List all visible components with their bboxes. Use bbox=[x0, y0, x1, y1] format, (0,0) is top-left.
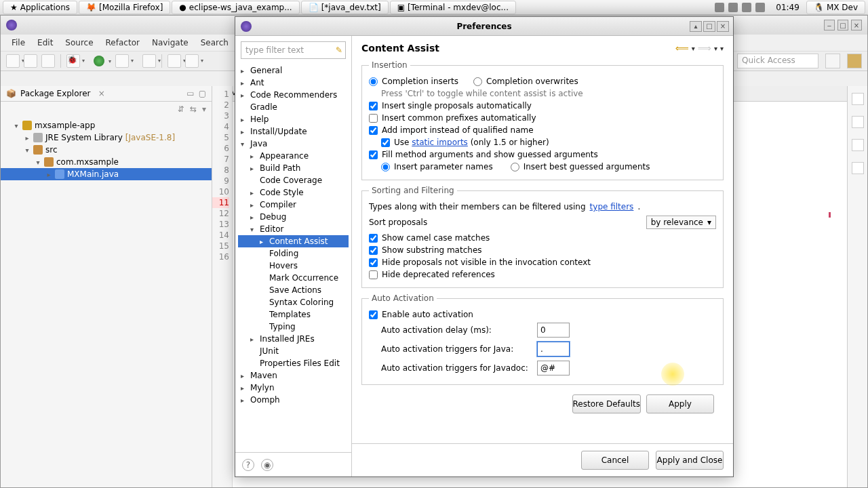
nav-appearance[interactable]: ▸Appearance bbox=[238, 150, 349, 162]
import-export-icon[interactable]: ◉ bbox=[261, 459, 273, 471]
outline-icon[interactable] bbox=[852, 93, 864, 105]
link-editor-icon[interactable]: ⇆ bbox=[190, 104, 197, 114]
apply-and-close-button[interactable]: Apply and Close bbox=[656, 451, 724, 470]
insert-parameter-names-radio[interactable] bbox=[381, 163, 390, 171]
taskbar-applications[interactable]: ★ Applications bbox=[3, 1, 77, 14]
java-perspective-button[interactable] bbox=[847, 54, 862, 68]
apply-button[interactable]: Apply bbox=[646, 394, 714, 413]
menu-navigate[interactable]: Navigate bbox=[146, 36, 194, 49]
javadoc-triggers-input[interactable] bbox=[537, 361, 570, 375]
task-list-icon[interactable] bbox=[852, 116, 864, 128]
dialog-close-button[interactable]: × bbox=[717, 21, 729, 32]
nav-junit[interactable]: JUnit bbox=[238, 345, 349, 357]
tray-icon[interactable] bbox=[755, 3, 765, 12]
package-node[interactable]: ▾com.mxsample bbox=[1, 156, 212, 168]
menu-search[interactable]: Search bbox=[195, 36, 234, 49]
nav-code-coverage[interactable]: Code Coverage bbox=[238, 174, 349, 186]
hierarchy-icon[interactable] bbox=[852, 162, 864, 174]
nav-code-recommenders[interactable]: ▸Code Recommenders bbox=[238, 89, 349, 101]
new-class-button[interactable] bbox=[185, 54, 199, 68]
minimize-view-icon[interactable]: ▭ bbox=[186, 89, 194, 98]
tray-icon[interactable] bbox=[715, 3, 724, 12]
enable-auto-activation-checkbox[interactable] bbox=[369, 310, 378, 319]
nav-mylyn[interactable]: ▸Mylyn bbox=[238, 382, 349, 394]
collapse-all-icon[interactable]: ⇵ bbox=[178, 104, 184, 114]
java-triggers-input[interactable] bbox=[537, 342, 570, 357]
nav-content-assist[interactable]: ▸Content Assist bbox=[238, 235, 349, 247]
save-all-button[interactable] bbox=[41, 54, 55, 68]
nav-compiler[interactable]: ▸Compiler bbox=[238, 199, 349, 211]
clear-filter-icon[interactable]: ✎ bbox=[336, 45, 342, 55]
maximize-view-icon[interactable]: ▢ bbox=[199, 89, 206, 98]
src-folder-node[interactable]: ▾src bbox=[1, 144, 212, 156]
delay-input[interactable] bbox=[537, 323, 570, 338]
hide-deprecated-checkbox[interactable] bbox=[369, 270, 378, 279]
jre-library-node[interactable]: ▸JRE System Library [JavaSE-1.8] bbox=[1, 131, 212, 144]
dialog-maximize-button[interactable]: □ bbox=[703, 21, 715, 32]
back-arrow-icon[interactable]: ⟸ bbox=[675, 43, 689, 54]
use-static-imports-checkbox[interactable] bbox=[381, 138, 390, 147]
camel-case-checkbox[interactable] bbox=[369, 234, 378, 243]
nav-properties-files[interactable]: Properties Files Edit bbox=[238, 357, 349, 369]
view-close-icon[interactable]: × bbox=[98, 89, 105, 98]
java-file-node[interactable]: ▸MXMain.java bbox=[1, 168, 212, 180]
external-tools-button[interactable] bbox=[142, 54, 156, 68]
new-package-button[interactable] bbox=[167, 54, 181, 68]
dialog-minimize-button[interactable]: ▴ bbox=[690, 21, 702, 32]
tray-icon[interactable] bbox=[742, 3, 751, 12]
nav-hovers[interactable]: Hovers bbox=[238, 260, 349, 272]
menu-refactor[interactable]: Refactor bbox=[100, 36, 145, 49]
nav-general[interactable]: ▸General bbox=[238, 64, 349, 77]
project-node[interactable]: ▾mxsample-app bbox=[1, 119, 212, 131]
view-menu-icon[interactable]: ▾ bbox=[202, 104, 206, 114]
fill-method-args-checkbox[interactable] bbox=[369, 150, 378, 159]
taskbar-distro[interactable]: 🐧 MX Dev bbox=[806, 1, 865, 14]
insert-common-checkbox[interactable] bbox=[369, 114, 378, 123]
minimize-button[interactable]: ‒ bbox=[824, 20, 835, 30]
nav-help[interactable]: ▸Help bbox=[238, 113, 349, 125]
add-import-checkbox[interactable] bbox=[369, 126, 378, 135]
restore-defaults-button[interactable]: Restore Defaults bbox=[572, 394, 641, 413]
menu-edit[interactable]: Edit bbox=[32, 36, 58, 49]
insert-single-checkbox[interactable] bbox=[369, 102, 378, 110]
nav-debug[interactable]: ▸Debug bbox=[238, 211, 349, 223]
run-button[interactable] bbox=[94, 56, 104, 66]
save-button[interactable] bbox=[24, 54, 37, 68]
open-perspective-button[interactable] bbox=[825, 54, 840, 68]
menu-file[interactable]: File bbox=[6, 36, 31, 49]
coverage-button[interactable] bbox=[115, 54, 129, 68]
taskbar-firefox[interactable]: 🦊 [Mozilla Firefox] bbox=[79, 1, 170, 14]
sort-proposals-combo[interactable]: by relevance ▾ bbox=[646, 216, 716, 229]
nav-editor[interactable]: ▾Editor bbox=[238, 223, 349, 235]
completion-inserts-radio[interactable] bbox=[369, 77, 378, 86]
taskbar-gedit[interactable]: 📄 [*java_dev.txt] bbox=[301, 1, 389, 14]
completion-overwrites-radio[interactable] bbox=[473, 77, 482, 86]
forward-arrow-icon[interactable]: ⟹ bbox=[698, 43, 711, 54]
filter-input[interactable]: type filter text ✎ bbox=[241, 41, 346, 59]
quick-access-input[interactable]: Quick Access bbox=[737, 54, 818, 68]
menu-source[interactable]: Source bbox=[60, 36, 98, 49]
new-button[interactable] bbox=[6, 54, 20, 68]
nav-syntax-coloring[interactable]: Syntax Coloring bbox=[238, 296, 349, 308]
insert-best-guessed-radio[interactable] bbox=[511, 163, 519, 171]
nav-java[interactable]: ▾Java bbox=[238, 138, 349, 150]
markers-icon[interactable] bbox=[852, 139, 864, 151]
nav-install-update[interactable]: ▸Install/Update bbox=[238, 125, 349, 138]
close-button[interactable]: × bbox=[851, 20, 862, 30]
hide-invisible-checkbox[interactable] bbox=[369, 258, 378, 267]
debug-button[interactable]: 🐞 bbox=[66, 54, 80, 68]
tray-icon[interactable] bbox=[728, 3, 738, 12]
nav-folding[interactable]: Folding bbox=[238, 247, 349, 260]
cancel-button[interactable]: Cancel bbox=[581, 451, 649, 470]
nav-gradle[interactable]: Gradle bbox=[238, 101, 349, 113]
nav-oomph[interactable]: ▸Oomph bbox=[238, 394, 349, 406]
nav-build-path[interactable]: ▸Build Path bbox=[238, 162, 349, 174]
nav-typing[interactable]: Typing bbox=[238, 321, 349, 333]
nav-installed-jres[interactable]: ▸Installed JREs bbox=[238, 333, 349, 345]
nav-save-actions[interactable]: Save Actions bbox=[238, 284, 349, 296]
nav-maven[interactable]: ▸Maven bbox=[238, 369, 349, 382]
nav-ant[interactable]: ▸Ant bbox=[238, 77, 349, 89]
help-icon[interactable]: ? bbox=[242, 459, 254, 471]
taskbar-terminal[interactable]: ▣ [Terminal - mxdev@loc... bbox=[390, 1, 516, 14]
type-filters-link[interactable]: type filters bbox=[590, 202, 634, 211]
